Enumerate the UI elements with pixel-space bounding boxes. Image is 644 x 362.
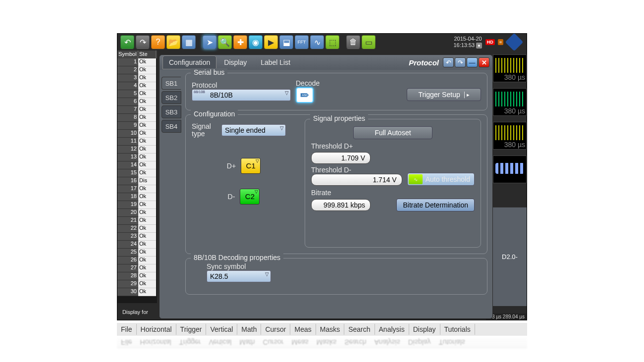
menu-display[interactable]: Display: [409, 324, 440, 335]
waveform-ch2: 380 µs: [493, 88, 527, 116]
auto-threshold-icon: ∿: [409, 174, 423, 184]
brand-logo: [505, 33, 524, 52]
undo-button[interactable]: ↶: [120, 35, 134, 49]
table-row[interactable]: 4Ok: [117, 82, 157, 90]
table-row[interactable]: 14Ok: [117, 161, 157, 169]
col-symbol: Symbol: [117, 51, 138, 58]
table-row[interactable]: 16Dis: [117, 177, 157, 185]
menu-cursor[interactable]: Cursor: [261, 324, 290, 335]
table-row[interactable]: 6Ok: [117, 98, 157, 106]
grid-button[interactable]: ▦: [182, 35, 196, 49]
pointer-button[interactable]: ➤: [203, 35, 216, 49]
auto-threshold-button[interactable]: ∿ Auto threshold: [407, 173, 475, 186]
tool-e-button[interactable]: ⬚: [325, 35, 339, 49]
table-row[interactable]: 15Ok: [117, 169, 157, 177]
tool-f-button[interactable]: ▭: [362, 35, 376, 49]
sb3-tab[interactable]: SB3: [161, 105, 181, 118]
menu-meas[interactable]: Meas: [290, 324, 316, 335]
sb2-tab[interactable]: SB2: [161, 91, 181, 104]
table-row[interactable]: 28Ok: [117, 272, 157, 280]
dialog-titlebar: Configuration Display Label List Protoco…: [160, 55, 492, 70]
bitrate-determination-button[interactable]: Bitrate Determination: [396, 199, 475, 211]
table-row[interactable]: 21Ok: [117, 217, 157, 225]
menu-file[interactable]: File: [117, 324, 137, 335]
table-row[interactable]: 22Ok: [117, 225, 157, 233]
dialog-back-button[interactable]: ↶: [443, 57, 454, 67]
menu-masks: Masks: [313, 337, 340, 348]
table-row[interactable]: 12Ok: [117, 146, 157, 154]
table-row[interactable]: 29Ok: [117, 280, 157, 288]
datetime-display: 2015-04-20 16:13:53 ●: [453, 36, 483, 49]
menu-search[interactable]: Search: [344, 324, 375, 335]
threshold-dplus-label: Threshold D+: [311, 142, 475, 150]
table-row[interactable]: 17Ok: [117, 185, 157, 193]
sb1-tab[interactable]: SB1: [161, 77, 181, 90]
menu-trigger[interactable]: Trigger: [176, 324, 207, 335]
menu-analysis[interactable]: Analysis: [375, 324, 409, 335]
tab-display[interactable]: Display: [217, 55, 253, 69]
sync-symbol-dropdown[interactable]: K28.5: [207, 270, 271, 282]
dialog-minimize-button[interactable]: —: [467, 57, 478, 67]
serial-bus-title: Serial bus: [191, 68, 227, 76]
table-row[interactable]: 18Ok: [117, 193, 157, 201]
table-row[interactable]: 25Ok: [117, 249, 157, 257]
table-row[interactable]: 19Ok: [117, 201, 157, 209]
signal-type-dropdown[interactable]: Single ended: [221, 124, 286, 136]
hd-badge: HD: [485, 39, 495, 45]
tab-configuration[interactable]: Configuration: [162, 55, 216, 69]
table-row[interactable]: 11Ok: [117, 138, 157, 146]
tool-d-button[interactable]: ∿: [310, 35, 324, 49]
table-row[interactable]: 8Ok: [117, 114, 157, 122]
table-row[interactable]: 3Ok: [117, 74, 157, 82]
tab-label-list[interactable]: Label List: [254, 55, 297, 69]
crosshair-button[interactable]: ✚: [233, 35, 247, 49]
table-row[interactable]: 27Ok: [117, 264, 157, 272]
table-row[interactable]: 13Ok: [117, 154, 157, 161]
dialog-close-button[interactable]: ✕: [479, 57, 489, 67]
protocol-dialog: Configuration Display Label List Protoco…: [159, 54, 493, 319]
menu-trigger: Trigger: [175, 337, 205, 348]
trash-button[interactable]: 🗑: [346, 35, 360, 49]
zoom-button[interactable]: 🔍: [218, 35, 232, 49]
menu-tutorials[interactable]: Tutorials: [440, 324, 475, 335]
menu-vertical[interactable]: Vertical: [206, 324, 237, 335]
dminus-label: D-: [228, 193, 235, 201]
table-row[interactable]: 9Ok: [117, 122, 157, 130]
open-folder-button[interactable]: 📂: [166, 35, 180, 49]
sb4-tab[interactable]: SB4: [161, 120, 181, 133]
rec-badge: ●: [476, 43, 482, 49]
protocol-dropdown[interactable]: 8B/10B: [192, 89, 291, 101]
dplus-channel-dropdown[interactable]: C1: [241, 158, 261, 174]
threshold-dplus-input[interactable]: 1.709 V: [311, 152, 371, 164]
table-row[interactable]: 5Ok: [117, 90, 157, 98]
decode-toggle[interactable]: ASD: [296, 87, 314, 103]
menu-masks[interactable]: Masks: [316, 324, 344, 335]
dialog-fwd-button[interactable]: ↷: [455, 57, 466, 67]
threshold-dminus-input[interactable]: 1.714 V: [311, 174, 402, 186]
dplus-label: D+: [227, 162, 236, 170]
menu-math[interactable]: Math: [237, 324, 261, 335]
table-row[interactable]: 24Ok: [117, 241, 157, 249]
full-autoset-button[interactable]: Full Autoset: [353, 126, 432, 139]
tool-a-button[interactable]: ◉: [249, 35, 263, 49]
tool-c-button[interactable]: ⬓: [279, 35, 293, 49]
menu-horizontal[interactable]: Horizontal: [137, 324, 176, 335]
table-row[interactable]: 10Ok: [117, 130, 157, 138]
help-button[interactable]: ?: [151, 35, 165, 49]
menu-horizontal: Horizontal: [136, 337, 175, 348]
menu-meas: Meas: [287, 337, 312, 348]
table-row[interactable]: 2Ok: [117, 66, 157, 74]
dminus-channel-dropdown[interactable]: C2: [240, 189, 260, 205]
table-row[interactable]: 20Ok: [117, 209, 157, 217]
decode-icon: ASD: [299, 90, 310, 101]
redo-button[interactable]: ↷: [136, 35, 150, 49]
table-row[interactable]: 1Ok: [117, 58, 157, 66]
table-row[interactable]: 23Ok: [117, 233, 157, 241]
bitrate-input[interactable]: 999.891 kbps: [311, 199, 371, 211]
fft-button[interactable]: FFT: [295, 35, 309, 49]
table-row[interactable]: 30Ok: [117, 288, 157, 296]
tool-b-button[interactable]: ▶: [264, 35, 278, 49]
trigger-setup-button[interactable]: Trigger Setup│▸: [407, 88, 481, 101]
table-row[interactable]: 26Ok: [117, 257, 157, 264]
table-row[interactable]: 7Ok: [117, 106, 157, 114]
